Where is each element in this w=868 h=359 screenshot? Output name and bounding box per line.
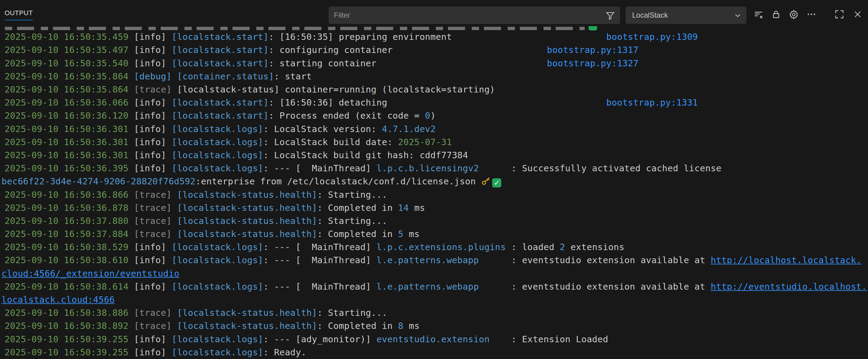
log-text: : --- [ MainThread] (263, 255, 376, 265)
timestamp: 2025-09-10 16:50:39.255 (5, 347, 134, 357)
log-text (172, 229, 177, 239)
settings-button[interactable] (789, 10, 799, 20)
log-text: : LocalStack build date: (263, 137, 398, 147)
log-token: [localstack-status.health] (177, 321, 317, 331)
log-text (172, 216, 177, 226)
log-line: 2025-09-10 16:50:37.884 [trace] [localst… (0, 228, 868, 241)
panel-header: OUTPUT LocalStack (0, 0, 868, 26)
timestamp: 2025-09-10 16:50:35.864 (5, 84, 134, 95)
log-level: [trace] (134, 203, 172, 213)
clear-output-button[interactable] (753, 10, 763, 20)
log-token: 14 (398, 203, 409, 213)
log-text: : --- [ MainThread] (263, 163, 376, 173)
url-link[interactable]: http://localhost.localstack. (711, 255, 862, 265)
close-panel-button[interactable] (853, 10, 863, 20)
log-text: [info] (134, 110, 172, 121)
close-icon (853, 9, 863, 21)
lock-scrolling-button[interactable] (771, 10, 781, 20)
log-text: : --- [ MainThread] (263, 242, 376, 252)
log-token: l.e.patterns.webapp (376, 282, 479, 292)
filter-icon[interactable] (605, 10, 615, 22)
timestamp: 2025-09-10 16:50:36.301 (5, 150, 134, 160)
log-text: : LocalStack version: (263, 124, 382, 134)
lock-icon (771, 9, 781, 21)
timestamp: 2025-09-10 16:50:35.540 (5, 58, 134, 68)
log-text: : Successfully activated cached license (479, 163, 721, 173)
log-line: 2025-09-10 16:50:38.892 [trace] [localst… (0, 320, 868, 332)
output-channel-select[interactable]: LocalStack (626, 7, 746, 24)
log-text: : eventstudio extension available at (479, 255, 711, 265)
log-line: 2025-09-10 16:50:36.120 [info] [localsta… (0, 109, 868, 122)
log-text: [localstack-status] container=running (l… (172, 84, 495, 95)
log-token: l.e.patterns.webapp (376, 255, 479, 265)
more-actions-button[interactable] (807, 10, 816, 20)
log: 2025-09-10 16:50:35.459 [info] [localsta… (0, 30, 868, 359)
log-line: localstack.cloud:4566 (0, 293, 868, 306)
log-line: 2025-09-10 16:50:36.301 [info] [localsta… (0, 136, 868, 149)
log-text: :enterprise from /etc/localstack/conf.d/… (196, 176, 482, 187)
log-text: : Extension Loaded (490, 334, 609, 345)
log-token: [localstack.start] (172, 32, 269, 42)
log-line: 2025-09-10 16:50:35.540 [info] [localsta… (0, 57, 868, 70)
log-line: 2025-09-10 16:50:36.066 [info] [localsta… (0, 96, 868, 109)
log-text: : Starting... (317, 190, 387, 200)
log-text: ms (404, 229, 420, 239)
source-link[interactable]: bootstrap.py:1309 (606, 30, 698, 43)
log-token: [localstack-status.health] (177, 203, 317, 213)
timestamp: 2025-09-10 16:50:38.610 (5, 255, 134, 265)
log-text: [info] (134, 255, 172, 265)
log-text: [info] (134, 97, 172, 108)
log-line: 2025-09-10 16:50:38.614 [info] [localsta… (0, 280, 868, 293)
log-line: 2025-09-10 16:50:38.529 [info] [localsta… (0, 241, 868, 254)
log-token: [localstack-status.health] (177, 190, 317, 200)
filter-input[interactable] (329, 7, 620, 24)
log-text: : Ready. (263, 347, 307, 357)
timestamp: 2025-09-10 16:50:37.880 (5, 216, 134, 226)
maximize-panel-icon (835, 9, 844, 21)
log-token: [localstack.logs] (172, 242, 263, 252)
log-text: : Process ended (exit code = (269, 110, 425, 121)
log-text: : start (274, 71, 312, 81)
clear-output-icon (753, 9, 763, 21)
log-text: : Completed in (317, 229, 398, 239)
log-line: 2025-09-10 16:50:36.878 [trace] [localst… (0, 201, 868, 215)
log-token: [localstack.logs] (172, 163, 263, 173)
log-text: [info] (134, 334, 172, 345)
log-text: [info] (134, 45, 172, 55)
source-link[interactable]: bootstrap.py:1327 (547, 57, 639, 70)
log-text: : configuring container (269, 45, 393, 55)
log-token: [localstack.start] (172, 45, 269, 55)
timestamp: 2025-09-10 16:50:37.884 (5, 229, 134, 239)
tab-output[interactable]: OUTPUT (5, 9, 33, 21)
log-token: [localstack.logs] (172, 334, 263, 345)
log-line: bec66f22-3d4e-4274-9206-28820f76d592:ent… (0, 175, 868, 188)
log-line: 2025-09-10 16:50:35.864 [trace] [localst… (0, 83, 868, 96)
timestamp: 2025-09-10 16:50:36.878 (5, 203, 134, 213)
timestamp: 2025-09-10 16:50:38.529 (5, 242, 134, 252)
log-level: [trace] (134, 190, 172, 200)
log-text: : Completed in (317, 321, 398, 331)
maximize-panel-button[interactable] (835, 10, 844, 20)
url-link[interactable]: localstack.cloud:4566 (2, 294, 115, 305)
log-level: [trace] (134, 307, 172, 318)
log-text: : Completed in (317, 203, 398, 213)
timestamp: 2025-09-10 16:50:36.866 (5, 190, 134, 200)
timestamp: 2025-09-10 16:50:35.497 (5, 45, 134, 55)
log-line: 2025-09-10 16:50:35.497 [info] [localsta… (0, 43, 868, 57)
log-token: [localstack.start] (172, 110, 269, 121)
url-link[interactable]: cloud:4566/_extension/eventstudio (2, 268, 179, 279)
log-token: [localstack-status.health] (177, 229, 317, 239)
timestamp: 2025-09-10 16:50:39.255 (5, 334, 134, 345)
timestamp: 2025-09-10 16:50:36.120 (5, 110, 134, 121)
log-token: bec66f22-3d4e-4274-9206-28820f76d592 (2, 176, 196, 187)
timestamp: 2025-09-10 16:50:35.864 (5, 71, 134, 81)
url-link[interactable]: http://eventstudio.localhost. (711, 282, 867, 292)
source-link[interactable]: bootstrap.py:1317 (547, 43, 639, 57)
log-token: [localstack.logs] (172, 255, 263, 265)
log-token: 2 (560, 242, 565, 252)
log-text: [info] (134, 282, 172, 292)
more-actions-icon (807, 9, 816, 21)
source-link[interactable]: bootstrap.py:1331 (606, 96, 698, 109)
log-text: : eventstudio extension available at (479, 282, 711, 292)
log-text: : --- [ MainThread] (263, 282, 376, 292)
